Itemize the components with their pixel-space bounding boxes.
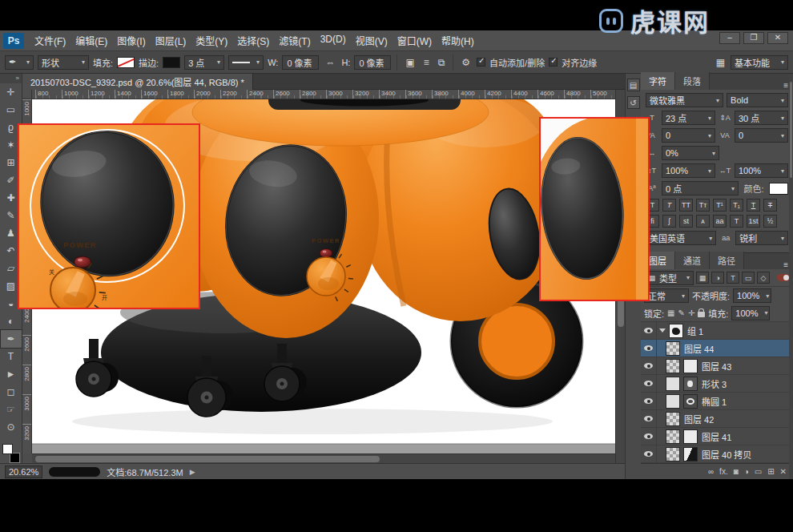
lock-pixels-icon[interactable]: ✎	[678, 308, 685, 317]
path-selection-tool[interactable]: ►	[1, 365, 22, 383]
filter-pixel-icon[interactable]: ▦	[696, 272, 709, 284]
link-dimensions-icon[interactable]: ⇔	[323, 56, 337, 69]
tracking-select[interactable]: 0	[735, 128, 788, 143]
swash-button[interactable]: ᴀ	[696, 215, 710, 228]
discretionary-ligatures-button[interactable]: st	[679, 215, 693, 228]
menu-type[interactable]: 类型(Y)	[191, 31, 231, 50]
layer-row-shape-3[interactable]: 形状 3	[641, 375, 793, 393]
marquee-tool[interactable]: ▭	[1, 101, 22, 119]
panels-scrollbar[interactable]	[789, 74, 793, 479]
visibility-toggle[interactable]	[641, 357, 657, 374]
fractions-button[interactable]: ½	[763, 215, 777, 228]
new-layer-icon[interactable]: ⊞	[767, 467, 774, 476]
hand-tool[interactable]: ☞	[1, 401, 22, 418]
visibility-toggle[interactable]	[641, 393, 657, 409]
language-select[interactable]: 美国英语	[646, 231, 716, 245]
horizontal-scale-select[interactable]: 100%	[735, 163, 788, 178]
lock-transparency-icon[interactable]: ▦	[667, 308, 674, 317]
path-operations-icon[interactable]: ▣	[403, 56, 417, 69]
close-button[interactable]: ✕	[767, 32, 788, 44]
menu-select[interactable]: 选择(S)	[233, 31, 273, 50]
tool-preset-picker[interactable]: ✒	[5, 55, 34, 70]
font-family-select[interactable]: 微软雅黑	[646, 93, 723, 107]
move-tool[interactable]: ✛	[1, 83, 22, 101]
all-caps-button[interactable]: TT	[679, 199, 693, 212]
layer-row-layer-40-copy[interactable]: 图层 40 拷贝	[641, 445, 793, 463]
toolbar-collapse-icon[interactable]: »	[0, 74, 22, 83]
underline-button[interactable]: T	[747, 199, 760, 212]
path-alignment-icon[interactable]: ≡	[421, 56, 432, 69]
lock-all-icon[interactable]	[698, 312, 705, 317]
fill-select[interactable]: 100%	[731, 306, 770, 320]
visibility-toggle[interactable]	[641, 322, 657, 339]
layer-thumbnail[interactable]	[666, 394, 680, 409]
faux-italic-button[interactable]: T	[662, 199, 676, 212]
layer-style-icon[interactable]: fx.	[719, 467, 728, 476]
layer-row-layer-43[interactable]: 图层 43	[641, 357, 793, 375]
layer-filter-toggle[interactable]	[777, 274, 790, 281]
fill-swatch[interactable]	[117, 57, 135, 68]
geometry-options-gear-icon[interactable]: ⚙	[459, 56, 473, 69]
horizontal-scrollbar-thumb[interactable]	[35, 456, 380, 462]
layer-row-layer-41[interactable]: 图层 41	[641, 428, 793, 445]
layer-mask-thumbnail[interactable]	[683, 447, 698, 461]
lock-position-icon[interactable]: ✛	[688, 308, 694, 317]
shape-tool[interactable]: ◻	[1, 383, 22, 401]
horizontal-scrollbar[interactable]	[32, 453, 615, 463]
layer-thumbnail[interactable]	[666, 412, 680, 426]
layer-row-ellipse-1[interactable]: 椭圆 1	[641, 393, 793, 410]
dodge-tool[interactable]: ◐	[1, 312, 22, 330]
panels-scrollbar-thumb[interactable]	[790, 82, 792, 178]
height-field[interactable]: 0 像素	[354, 55, 391, 70]
workspace-switcher[interactable]: 基本功能	[731, 55, 788, 70]
menu-layer[interactable]: 图层(L)	[151, 31, 191, 50]
layer-thumbnail[interactable]	[666, 429, 680, 444]
auto-add-delete-checkbox[interactable]	[477, 58, 485, 66]
layer-mask-thumbnail[interactable]	[683, 429, 698, 444]
dock-panel-icon[interactable]: ▤	[627, 79, 640, 91]
dock-history-icon[interactable]: ↺	[627, 96, 640, 109]
layer-filter-select[interactable]: ▦ 类型	[644, 271, 694, 285]
width-field[interactable]: 0 像素	[282, 55, 319, 70]
vector-mask-thumbnail[interactable]	[683, 394, 698, 409]
status-menu-arrow[interactable]: ▶	[190, 468, 195, 476]
visibility-toggle[interactable]	[641, 445, 657, 462]
tab-channels[interactable]: 通道	[675, 252, 710, 269]
delete-layer-icon[interactable]: ✕	[780, 467, 787, 476]
opacity-select[interactable]: 100%	[733, 288, 771, 303]
adjustment-layer-icon[interactable]: ◑	[744, 467, 749, 476]
blend-mode-select[interactable]: 正常	[644, 288, 689, 303]
visibility-toggle[interactable]	[641, 340, 657, 357]
font-size-select[interactable]: 23 点	[662, 111, 715, 125]
menu-3d[interactable]: 3D(D)	[316, 31, 350, 50]
filter-type-icon[interactable]: T	[727, 272, 739, 284]
font-style-select[interactable]: Bold	[727, 93, 788, 107]
stroke-type-select[interactable]	[228, 55, 264, 70]
layer-row-group-1[interactable]: 组 1	[641, 322, 793, 340]
titling-alternates-button[interactable]: T	[730, 215, 743, 228]
antialias-select[interactable]: 锐利	[735, 231, 788, 245]
menu-filter[interactable]: 滤镜(T)	[275, 31, 314, 50]
stylistic-alternates-button[interactable]: aa	[713, 215, 727, 228]
filter-adjustment-icon[interactable]: ◑	[711, 272, 724, 284]
visibility-toggle[interactable]	[641, 375, 657, 392]
layer-thumbnail[interactable]	[666, 341, 680, 356]
superscript-button[interactable]: T¹	[713, 199, 727, 212]
tab-character[interactable]: 字符	[641, 72, 675, 90]
foreground-color-swatch[interactable]	[2, 444, 13, 454]
tool-mode-select[interactable]: 形状	[38, 55, 89, 70]
layer-thumbnail[interactable]	[669, 324, 683, 338]
filter-shape-icon[interactable]: ▭	[742, 272, 755, 284]
new-group-icon[interactable]: ▭	[755, 467, 762, 476]
layer-thumbnail[interactable]	[666, 447, 680, 461]
kerning-select[interactable]: 0	[662, 128, 715, 143]
align-edges-checkbox[interactable]	[549, 58, 558, 66]
contextual-alternates-button[interactable]: ʃ	[662, 215, 676, 228]
filter-smart-object-icon[interactable]: ◇	[757, 272, 770, 284]
path-arrange-icon[interactable]: ⧉	[436, 56, 448, 69]
layer-thumbnail[interactable]	[666, 377, 680, 391]
menu-window[interactable]: 窗口(W)	[393, 31, 436, 50]
zoom-tool[interactable]: ⊙	[1, 418, 22, 436]
layer-row-layer-42[interactable]: 图层 42	[641, 410, 793, 428]
proportional-spacing-select[interactable]: 0%	[662, 146, 719, 160]
